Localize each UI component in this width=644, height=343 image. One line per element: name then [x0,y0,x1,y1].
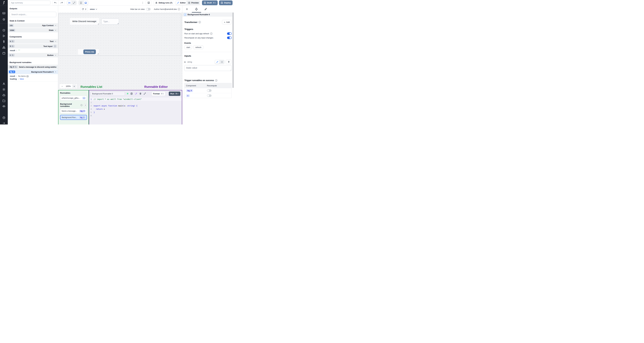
info-icon[interactable]: i [178,8,180,10]
connect-plug-button[interactable] [226,60,232,64]
frequency-dropdown[interactable]: once [90,8,98,10]
schedules-icon[interactable] [2,52,5,55]
format-button[interactable]: Format ⌘S [152,92,166,96]
chevron-up-icon[interactable] [54,71,56,73]
chevron-down-icon[interactable] [54,40,56,42]
runnable-item-bg1-selected[interactable]: Background Run... bg_1 [60,115,87,120]
code-line[interactable]: 2 [89,101,182,104]
desktop-view-button[interactable] [84,1,88,5]
home-icon[interactable] [2,28,5,32]
text-input-component-b[interactable]: Type... [101,18,119,24]
zoom-out-button[interactable]: − [60,84,64,88]
more-menu-button[interactable]: ⋮ [142,2,144,4]
delete-trash-icon[interactable] [139,92,142,95]
expand-layout-button[interactable] [72,1,76,5]
static-value-textarea[interactable]: Static value [184,65,232,71]
docs-button[interactable] [146,0,152,5]
tab-add-component[interactable] [186,8,188,10]
undo-button[interactable] [52,0,58,5]
code-line[interactable]: 3export async function main(x: string) { [89,104,182,108]
tab-editor[interactable]: Editor [176,1,187,5]
resize-handle[interactable] [118,23,118,24]
folder-icon[interactable] [2,99,5,102]
bg-runnables-title: Background runnables [60,103,80,107]
info-icon[interactable]: i [80,104,82,106]
zoom-in-button[interactable]: + [72,84,76,88]
robot-icon[interactable] [2,94,5,96]
add-transformer-button[interactable]: +Add [222,20,232,24]
run-button[interactable]: Run ⌘↵ [169,92,180,96]
chevron-down-icon[interactable] [54,54,56,56]
redo-button[interactable] [58,0,64,5]
tab-styling[interactable] [204,8,207,10]
star-icon[interactable] [2,18,5,21]
cache-database-icon[interactable] [130,92,133,95]
output-row-state[interactable]: state State [8,28,58,32]
text-component-a[interactable]: Write Discord message: [70,18,99,25]
windmill-logo-icon[interactable] [2,1,6,5]
hide-bar-toggle[interactable] [146,8,150,10]
debug-runs-button[interactable]: Debug runs (7) [154,0,174,5]
output-row-a[interactable]: a Text [8,39,58,44]
output-row-ctx[interactable]: ctx App Context [8,23,58,28]
chevron-down-icon[interactable] [54,24,56,26]
chevron-down-icon[interactable] [54,29,56,31]
output-row-c[interactable]: c Button [8,53,58,58]
chevron-up-icon[interactable] [54,45,56,48]
hand-pointer-icon [12,54,14,56]
selected-runnable-header[interactable]: f Background Runnable 0 [182,12,234,16]
eval-mode-button[interactable] [220,60,224,64]
output-row-b[interactable]: b Text Input [8,44,58,48]
keypad-icon[interactable] [2,12,5,14]
resources-icon[interactable] [2,46,5,49]
component-badge[interactable]: c [186,94,190,97]
ai-wand-icon[interactable] [135,92,137,95]
runnable-name-input[interactable] [91,92,125,96]
button-component-c[interactable]: Press me [78,49,99,54]
event-pill-start[interactable]: start [184,45,192,49]
event-pill-refresh[interactable]: refresh [193,45,203,49]
center-layout-button[interactable] [67,1,72,5]
info-icon[interactable]: i [210,32,212,35]
output-row-bg1[interactable]: bg_1 Background Runnable 0 [8,70,58,74]
settings-gear-icon[interactable] [2,88,5,91]
draft-button[interactable]: Draft ⌘S [202,0,218,5]
output-row-bg0[interactable]: bg_0 Send a message to discord using web… [8,65,58,69]
tab-component-settings[interactable] [195,8,198,10]
help-icon[interactable] [2,116,5,119]
inputs-title: Inputs [184,54,232,57]
recompute-toggle-bg0[interactable] [207,89,212,92]
variables-icon[interactable] [2,40,5,43]
component-badge[interactable]: bg_0 [186,89,193,92]
code-line[interactable]: 5} [89,111,182,114]
resize-handle[interactable] [98,24,99,24]
app-summary-input[interactable] [9,0,50,5]
add-runnable-button[interactable]: + [84,104,87,107]
recompute-toggle[interactable] [227,36,232,39]
search-outputs-input[interactable] [10,12,56,17]
press-me-button[interactable]: Press me [83,50,96,54]
code-line[interactable]: 6 [89,114,182,117]
expand-editor-icon[interactable] [144,92,146,95]
runnable-item-bg0[interactable]: Send a message... bg_0 [60,108,87,114]
runs-icon[interactable] [2,34,5,38]
info-icon[interactable]: i [198,21,201,23]
code-line[interactable]: 4 return x [89,108,182,111]
mobile-view-button[interactable] [79,1,83,5]
info-icon[interactable]: i [215,79,217,82]
background-runnables-title: Background runnables [10,61,56,64]
resize-handle[interactable] [98,53,98,54]
code-line[interactable]: 1// import * as wmill from "windmill-cli… [89,98,182,101]
refresh-count-button[interactable]: 2 [80,7,88,11]
static-mode-button[interactable] [215,60,220,64]
code-editor[interactable]: 1// import * as wmill from "windmill-cli… [89,97,182,124]
tab-preview[interactable]: Preview [187,1,200,5]
run-on-start-toggle[interactable] [227,32,232,35]
recompute-toggle-c[interactable] [207,94,212,97]
scrollbar-thumb[interactable] [232,12,234,88]
eye-icon[interactable] [2,105,5,108]
deploy-button[interactable]: Deploy [219,0,232,5]
workers-icon[interactable] [2,82,5,85]
runnable-item-c[interactable]: u/henri/scrape_githu... c [60,96,87,100]
collapse-arrow-icon[interactable] [2,122,5,124]
